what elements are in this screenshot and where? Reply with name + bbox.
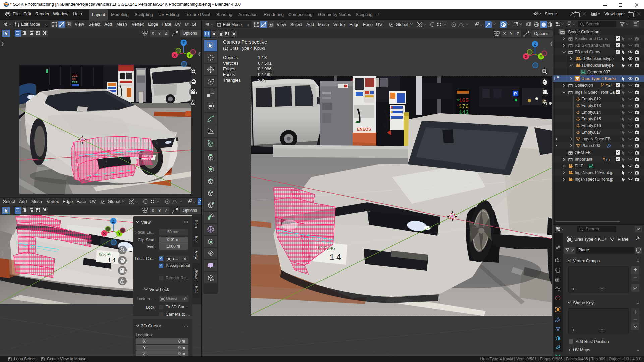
- svg-text:an: an: [72, 78, 76, 81]
- svg-text:EPI: EPI: [72, 81, 77, 84]
- svg-text:Y: Y: [188, 53, 191, 58]
- svg-text:Z: Z: [182, 41, 185, 45]
- svg-text:22i: 22i: [72, 74, 77, 78]
- svg-text:X: X: [173, 53, 176, 58]
- svg-text:１4: １4: [107, 257, 115, 263]
- svg-text:Z: Z: [534, 42, 536, 47]
- svg-text:X: X: [525, 54, 527, 59]
- svg-text:Z: Z: [112, 219, 114, 224]
- svg-text:Y: Y: [540, 54, 542, 59]
- svg-text:Y: Y: [118, 231, 121, 236]
- svg-text:X: X: [103, 231, 106, 236]
